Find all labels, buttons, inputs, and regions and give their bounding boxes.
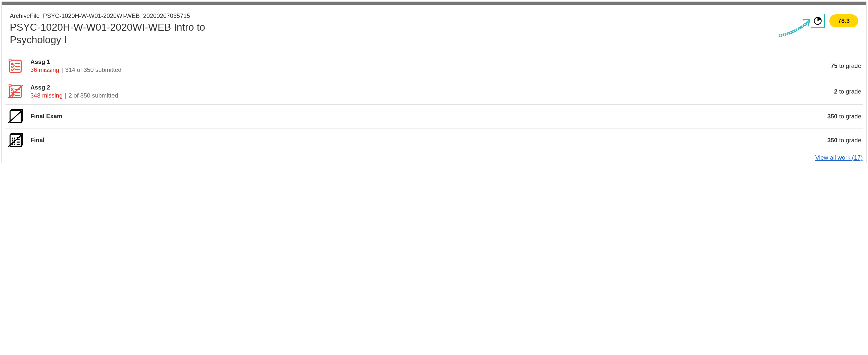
assignment-status: 348 missing | 2 of 350 submitted bbox=[30, 91, 828, 99]
to-grade-metric: 350 to grade bbox=[827, 137, 861, 144]
assignment-name: Assg 2 bbox=[30, 84, 828, 91]
course-titles: ArchiveFile_PSYC-1020H-W-W01-2020WI-WEB_… bbox=[10, 12, 236, 46]
to-grade-label: to grade bbox=[837, 137, 861, 144]
assignment-icon bbox=[7, 84, 24, 99]
svg-rect-21 bbox=[14, 144, 15, 145]
assignment-name: Assg 1 bbox=[30, 58, 825, 66]
pie-chart-icon bbox=[813, 16, 822, 25]
overall-grade-pill[interactable]: 78.3 bbox=[829, 14, 858, 27]
assignment-row[interactable]: Assg 2348 missing | 2 of 350 submitted2 … bbox=[5, 79, 863, 105]
to-grade-metric: 75 to grade bbox=[831, 62, 861, 69]
assignment-name: Final bbox=[30, 136, 821, 144]
to-grade-label: to grade bbox=[837, 88, 861, 95]
to-grade-metric: 2 to grade bbox=[834, 88, 861, 95]
svg-rect-14 bbox=[12, 138, 13, 139]
svg-rect-16 bbox=[12, 140, 13, 141]
to-grade-label: to grade bbox=[837, 62, 861, 69]
to-grade-count: 75 bbox=[831, 62, 838, 69]
to-grade-metric: 350 to grade bbox=[827, 113, 861, 120]
course-title[interactable]: PSYC-1020H-W-W01-2020WI-WEB Intro to Psy… bbox=[10, 21, 236, 46]
view-all-work-link[interactable]: View all work (17) bbox=[815, 154, 863, 161]
status-divider: | bbox=[63, 92, 68, 99]
status-divider: | bbox=[60, 66, 65, 73]
assignment-name: Final Exam bbox=[30, 112, 821, 120]
to-grade-count: 350 bbox=[827, 113, 837, 120]
assignment-text: Assg 136 missing | 314 of 350 submitted bbox=[30, 58, 825, 74]
assignment-row[interactable]: Assg 136 missing | 314 of 350 submitted7… bbox=[5, 52, 863, 79]
overall-grade-value: 78.3 bbox=[838, 17, 850, 24]
card-footer: View all work (17) bbox=[2, 152, 866, 163]
assignment-text: Assg 2348 missing | 2 of 350 submitted bbox=[30, 84, 828, 100]
svg-line-26 bbox=[8, 134, 23, 147]
submitted-count: 314 of 350 submitted bbox=[65, 66, 121, 73]
annotation-arrow-icon bbox=[778, 15, 813, 37]
assignment-row[interactable]: Final Exam350 to grade bbox=[5, 105, 863, 128]
to-grade-label: to grade bbox=[837, 113, 861, 120]
analytics-button[interactable] bbox=[811, 14, 825, 28]
course-header: ArchiveFile_PSYC-1020H-W-W01-2020WI-WEB_… bbox=[2, 5, 866, 52]
svg-rect-2 bbox=[9, 59, 11, 61]
svg-line-12 bbox=[8, 110, 23, 123]
document-icon bbox=[7, 109, 24, 124]
missing-count: 36 missing bbox=[30, 66, 59, 73]
topbar-divider bbox=[2, 2, 866, 5]
svg-rect-6 bbox=[9, 85, 11, 87]
missing-count: 348 missing bbox=[30, 92, 63, 99]
course-card: ArchiveFile_PSYC-1020H-W-W01-2020WI-WEB_… bbox=[1, 1, 867, 163]
submitted-count: 2 of 350 submitted bbox=[69, 92, 118, 99]
to-grade-count: 2 bbox=[834, 88, 837, 95]
assignment-text: Final Exam bbox=[30, 112, 821, 120]
assignment-list: Assg 136 missing | 314 of 350 submitted7… bbox=[2, 52, 866, 152]
assignment-icon bbox=[7, 59, 24, 73]
grid-document-icon bbox=[7, 133, 24, 148]
svg-rect-15 bbox=[14, 138, 15, 139]
header-right-controls: 78.3 bbox=[811, 12, 858, 28]
assignment-text: Final bbox=[30, 136, 821, 144]
assignment-status: 36 missing | 314 of 350 submitted bbox=[30, 66, 825, 74]
assignment-row[interactable]: Final350 to grade bbox=[5, 128, 863, 152]
to-grade-count: 350 bbox=[827, 137, 837, 144]
archive-filename: ArchiveFile_PSYC-1020H-W-W01-2020WI-WEB_… bbox=[10, 12, 236, 19]
